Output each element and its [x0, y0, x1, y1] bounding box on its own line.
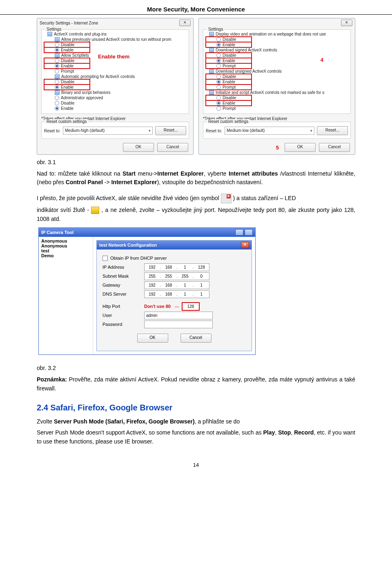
- reset-combo[interactable]: Medium-low (default): [225, 127, 314, 135]
- user-label: User: [102, 313, 142, 318]
- ok-button[interactable]: OK: [285, 143, 316, 152]
- option-group-label: Binary and script behaviors: [61, 90, 111, 95]
- option-label: Disable: [61, 101, 74, 105]
- radio-option[interactable]: [55, 64, 59, 68]
- radio-option[interactable]: [55, 69, 59, 74]
- group-caption: Settings: [45, 27, 63, 31]
- password-input[interactable]: [144, 321, 213, 328]
- reset-button[interactable]: Reset...: [317, 126, 348, 135]
- radio-option[interactable]: [216, 101, 221, 105]
- page-header: More Security, More Convenience: [0, 0, 392, 15]
- list-item[interactable]: Demo: [41, 253, 90, 258]
- caption-3-2: obr. 3.2: [37, 364, 355, 373]
- figure-3-1: Security Settings - Internet Zone ✕ Sett…: [37, 18, 355, 155]
- annotation-5: 5: [276, 145, 279, 151]
- minimize-icon[interactable]: [235, 229, 243, 236]
- reset-label: Reset to:: [44, 129, 60, 133]
- ip-input[interactable]: 192.168.1.1: [144, 290, 209, 298]
- option-group-label: Download signed ActiveX controls: [216, 48, 277, 52]
- radio-option[interactable]: [55, 106, 59, 111]
- camera-list[interactable]: AnonymousAnonymoustestDemo: [39, 237, 93, 354]
- option-label: Enable: [223, 42, 235, 47]
- radio-option[interactable]: [216, 74, 221, 79]
- cancel-button[interactable]: Cancel: [180, 334, 212, 343]
- option-label: Enable: [61, 48, 74, 52]
- option-label: Disable: [61, 42, 74, 47]
- user-input[interactable]: admin: [144, 312, 213, 319]
- note-paragraph: Poznámka: Prověřte, zda máte aktivní Act…: [37, 375, 355, 393]
- option-label: Administrator approved: [61, 96, 103, 100]
- annotation-enable-them: Enable them: [98, 53, 129, 60]
- option-group-label: Allow previously unused ActiveX controls…: [61, 37, 172, 42]
- radio-option[interactable]: [216, 85, 221, 89]
- ip-input[interactable]: 255.255.255.0: [144, 272, 209, 280]
- list-item[interactable]: Anonymous: [41, 243, 90, 248]
- reset-caption: Reset custom settings: [207, 119, 250, 124]
- radio-option[interactable]: [216, 58, 221, 63]
- annotation-dont-use-80: Don't use 80: [144, 304, 171, 309]
- radio-option[interactable]: [55, 42, 59, 47]
- error-video-icon: [221, 194, 232, 203]
- option-label: Prompt: [223, 106, 236, 111]
- http-port-input[interactable]: 128: [182, 302, 200, 311]
- option-label: Disable: [223, 53, 236, 58]
- option-group-label: Allow Scriptlets: [61, 53, 89, 58]
- field-label: IP Address: [102, 265, 142, 270]
- reset-combo[interactable]: Medium-high (default): [63, 127, 153, 135]
- radio-option[interactable]: [55, 85, 59, 89]
- option-label: Enable: [223, 58, 235, 63]
- http-port-label: Http Port: [102, 304, 142, 309]
- close-icon[interactable]: ✕: [241, 242, 249, 248]
- paragraph-server-push-1: Zvolte Server Push Mode (Safari, Firefox…: [37, 417, 355, 426]
- ok-button[interactable]: OK: [137, 334, 168, 343]
- field-label: Subnet Mask: [102, 274, 142, 279]
- radio-option[interactable]: [216, 80, 221, 84]
- password-label: Password: [102, 322, 142, 327]
- window-title: IP Camera Tool: [41, 230, 74, 235]
- ok-button[interactable]: OK: [123, 143, 154, 152]
- option-label: Disable: [61, 58, 74, 63]
- radio-option[interactable]: [216, 64, 221, 68]
- option-label: Prompt: [223, 85, 236, 89]
- annotation-4: 4: [321, 57, 323, 63]
- paragraph-nad-to: Nad to: můžete také kliknout na Start me…: [37, 169, 355, 187]
- cancel-button[interactable]: Cancel: [319, 143, 350, 152]
- option-label: Enable: [223, 80, 235, 84]
- radio-option[interactable]: [55, 80, 59, 84]
- dialog-title: Security Settings - Internet Zone: [40, 21, 98, 25]
- reset-caption: Reset custom settings: [45, 119, 88, 124]
- ip-input[interactable]: 192.168.1.128: [144, 263, 209, 271]
- option-label: Enable: [61, 64, 74, 68]
- caption-3-1: obr. 3.1: [37, 158, 355, 167]
- radio-option[interactable]: [55, 48, 59, 52]
- option-group-label: Display video and animation on a webpage…: [216, 32, 326, 36]
- radio-option[interactable]: [55, 101, 59, 105]
- radio-option[interactable]: [55, 96, 59, 100]
- close-icon[interactable]: ✕: [179, 20, 191, 26]
- option-label: Disable: [223, 74, 236, 79]
- option-label: Disable: [223, 37, 236, 42]
- option-label: Disable: [61, 80, 74, 84]
- close-icon[interactable]: ✕: [341, 20, 352, 26]
- network-config-dialog: test Network Configuration ✕ Obtain IP f…: [96, 240, 252, 351]
- radio-option[interactable]: [216, 42, 221, 47]
- option-label: Enable: [223, 101, 235, 105]
- radio-option[interactable]: [216, 53, 221, 58]
- group-caption: Settings: [207, 27, 225, 31]
- maximize-icon[interactable]: [245, 229, 253, 236]
- radio-option[interactable]: [216, 106, 221, 111]
- list-item[interactable]: Anonymous: [41, 238, 90, 243]
- paragraph-activex-video: I přesto, že jste povolili ActiveX, ale …: [37, 194, 355, 203]
- radio-option[interactable]: [216, 37, 221, 42]
- cancel-button[interactable]: Cancel: [157, 143, 188, 152]
- ip-input[interactable]: 192.168.1.1: [144, 281, 209, 289]
- reset-label: Reset to:: [206, 129, 222, 133]
- dhcp-checkbox[interactable]: [102, 256, 108, 261]
- reset-button[interactable]: Reset...: [155, 126, 186, 135]
- section-heading-2-4: 2.4 Safari, Firefox, Google Browser: [37, 403, 355, 412]
- radio-option[interactable]: [216, 96, 221, 100]
- field-label: DNS Server: [102, 292, 142, 296]
- list-item[interactable]: test: [41, 248, 90, 253]
- paragraph-port: indikátor svítí žlutě - , a ne zeleně, z…: [37, 206, 355, 223]
- radio-option[interactable]: [55, 58, 59, 63]
